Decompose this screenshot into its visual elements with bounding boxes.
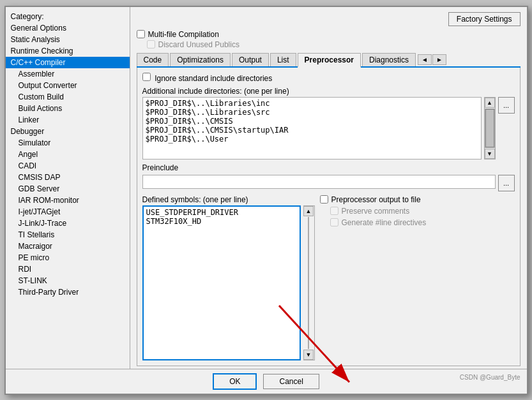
preinclude-input[interactable]	[142, 175, 496, 189]
tab-next-button[interactable]: ►	[432, 54, 446, 65]
sidebar-item-general-options[interactable]: General Options	[6, 22, 130, 34]
sidebar-item-custom-build[interactable]: Custom Build	[6, 91, 130, 103]
sidebar-item-runtime-checking[interactable]: Runtime Checking	[6, 45, 130, 57]
preprocessor-output-label[interactable]: Preprocessor output to file	[320, 195, 515, 204]
defined-symbols-section: Defined symbols: (one per line) USE_STDP…	[142, 195, 315, 360]
tabs-bar: Code Optimizations Output List Preproces…	[137, 53, 521, 68]
sidebar-item-cadi[interactable]: CADI	[6, 160, 130, 172]
sidebar-item-static-analysis[interactable]: Static Analysis	[6, 34, 130, 45]
sidebar-item-cc-compiler[interactable]: C/C++ Compiler	[6, 57, 130, 68]
additional-dirs-textarea[interactable]: $PROJ_DIR$\..\Libraries\inc $PROJ_DIR$\.…	[142, 97, 482, 159]
discard-unused-publics-checkbox	[147, 40, 155, 48]
sidebar-item-debugger[interactable]: Debugger	[6, 126, 130, 137]
bottom-section: Defined symbols: (one per line) USE_STDP…	[142, 195, 515, 360]
symbols-scroll-up-arrow[interactable]: ▲	[303, 206, 314, 216]
sidebar-item-output-converter[interactable]: Output Converter	[6, 80, 130, 91]
tab-list[interactable]: List	[270, 53, 296, 66]
scrollbar-thumb[interactable]	[485, 109, 494, 147]
sidebar-item-build-actions[interactable]: Build Actions	[6, 103, 130, 114]
ignore-standard-dirs-label[interactable]: Ignore standard include directories	[142, 73, 273, 83]
tab-diagnostics[interactable]: Diagnostics	[362, 53, 416, 66]
sidebar-item-gdb-server[interactable]: GDB Server	[6, 183, 130, 195]
generate-directives-label: Generate #line directives	[320, 218, 515, 227]
tab-code[interactable]: Code	[137, 53, 169, 66]
scroll-down-arrow[interactable]: ▼	[485, 149, 495, 159]
ignore-standard-dirs-checkbox[interactable]	[142, 73, 151, 81]
multi-file-compilation-checkbox[interactable]	[137, 30, 145, 38]
tab-preprocessor[interactable]: Preprocessor	[298, 53, 361, 68]
sidebar-item-simulator[interactable]: Simulator	[6, 137, 130, 149]
sidebar-list: General OptionsStatic AnalysisRuntime Ch…	[6, 22, 130, 366]
generate-directives-checkbox	[330, 218, 338, 226]
sidebar-item-ti-stellaris[interactable]: TI Stellaris	[6, 229, 130, 241]
additional-dirs-label: Additional include directories: (one per…	[142, 87, 515, 96]
tab-optimizations[interactable]: Optimizations	[170, 53, 231, 66]
preinclude-browse-button[interactable]: ...	[498, 175, 515, 191]
sidebar-item-assembler[interactable]: Assembler	[6, 68, 130, 80]
preserve-comments-label: Preserve comments	[320, 207, 515, 216]
sidebar-item-rdi[interactable]: RDI	[6, 263, 130, 275]
tab-output[interactable]: Output	[232, 53, 269, 66]
preinclude-label: Preinclude	[142, 163, 515, 172]
sidebar-item-macraigor[interactable]: Macraigor	[6, 241, 130, 252]
additional-dirs-browse-button[interactable]: ...	[498, 97, 515, 114]
symbols-scroll-down-arrow[interactable]: ▼	[303, 350, 314, 360]
sidebar-item-iar-rom-monitor[interactable]: IAR ROM-monitor	[6, 195, 130, 206]
defined-symbols-label: Defined symbols: (one per line)	[142, 195, 315, 204]
sidebar-item-st-link[interactable]: ST-LINK	[6, 275, 130, 286]
preprocessor-output-checkbox[interactable]	[320, 195, 328, 204]
defined-symbols-textarea[interactable]: USE_STDPERIPH_DRIVER STM32F10X_HD	[144, 207, 300, 359]
sidebar-item-third-party-driver[interactable]: Third-Party Driver	[6, 286, 130, 298]
preserve-comments-checkbox	[330, 207, 338, 215]
preprocessor-output-section: Preprocessor output to file Preserve com…	[320, 195, 515, 360]
scroll-track	[485, 108, 495, 148]
tab-prev-button[interactable]: ◄	[418, 54, 432, 65]
cancel-button[interactable]: Cancel	[263, 374, 319, 389]
sidebar-item-linker[interactable]: Linker	[6, 114, 130, 126]
sidebar-item-cmsis-dap[interactable]: CMSIS DAP	[6, 172, 130, 183]
sidebar-item-angel[interactable]: Angel	[6, 149, 130, 160]
sidebar-item-pe-micro[interactable]: PE micro	[6, 252, 130, 263]
ok-button[interactable]: OK	[213, 373, 257, 390]
factory-settings-button[interactable]: Factory Settings	[448, 12, 521, 26]
symbols-scroll-track	[308, 217, 309, 349]
multi-file-compilation-label[interactable]: Multi-file Compilation	[137, 30, 521, 39]
discard-unused-publics-label: Discard Unused Publics	[137, 40, 521, 49]
sidebar-item-i-jetjtagjet[interactable]: I-jet/JTAGjet	[6, 206, 130, 218]
scroll-up-arrow[interactable]: ▲	[485, 98, 495, 108]
preinclude-section: Preinclude ...	[142, 163, 515, 191]
dialog-footer: OK Cancel	[6, 369, 527, 394]
category-label: Category:	[6, 10, 130, 22]
additional-dirs-section: Additional include directories: (one per…	[142, 87, 515, 159]
sidebar-item-j-linkj-trace[interactable]: J-Link/J-Trace	[6, 218, 130, 229]
preprocessor-panel: Ignore standard include directories Addi…	[137, 68, 521, 366]
